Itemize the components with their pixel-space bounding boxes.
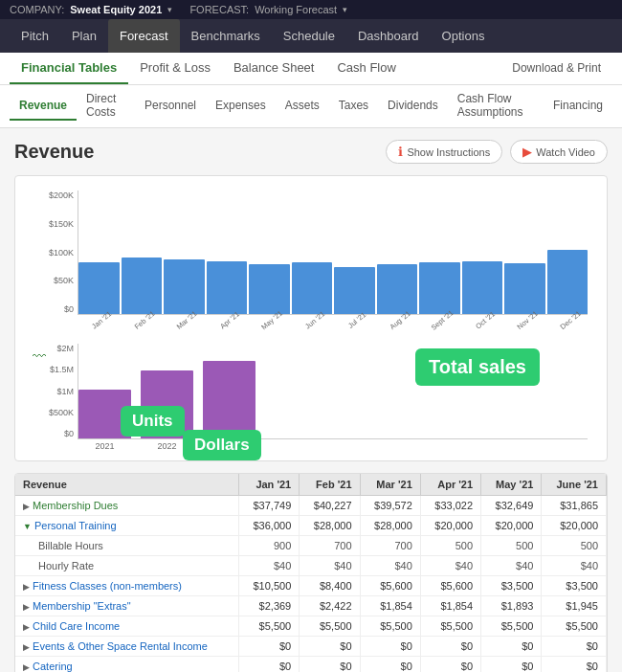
y-label-100k: $100K: [26, 248, 74, 258]
row-label-events: ▶ Events & Other Space Rental Income: [15, 637, 238, 657]
cell-hr-jun: $40: [542, 556, 607, 576]
download-print-button[interactable]: Download & Print: [500, 54, 612, 84]
tab-cash-flow-assumptions[interactable]: Cash Flow Assumptions: [448, 85, 544, 127]
col-header-may: May '21: [481, 474, 542, 496]
subnav-cash-flow[interactable]: Cash Flow: [325, 53, 407, 84]
play-icon: ▶: [522, 145, 532, 159]
forecast-dropdown-icon[interactable]: ▾: [343, 5, 347, 14]
x-axis-labels: Jan '21 Feb '21 Mar '21 Apr '21 May '21 …: [78, 317, 588, 334]
label-events: Events & Other Space Rental Income: [33, 640, 208, 652]
table-row: ▶ Membership "Extras" $2,369 $2,422 $1,8…: [15, 596, 607, 616]
cell-membership-feb: $40,227: [300, 496, 360, 516]
cell-cat-mar: $0: [360, 657, 420, 673]
col-header-jan: Jan '21: [238, 474, 299, 496]
show-instructions-label: Show Instructions: [407, 146, 490, 158]
cell-bh-feb: 700: [300, 536, 360, 556]
cell-me-jun: $1,945: [542, 596, 607, 616]
bar-2021: [78, 390, 131, 438]
row-label-membership-extras: ▶ Membership "Extras": [15, 596, 238, 616]
cell-ev-mar: $0: [360, 637, 420, 657]
subnav-balance-sheet[interactable]: Balance Sheet: [222, 53, 326, 84]
col-header-mar: Mar '21: [360, 474, 420, 496]
cell-ev-apr: $0: [420, 637, 480, 657]
row-label-child-care: ▶ Child Care Income: [15, 616, 238, 637]
monthly-chart-area: $200K $150K $100K $50K $0: [25, 190, 597, 334]
cell-cat-jan: $0: [238, 657, 299, 673]
monthly-bar-chart: $200K $150K $100K $50K $0: [78, 190, 588, 315]
expand-icon[interactable]: ▶: [23, 622, 30, 632]
expand-icon[interactable]: ▶: [23, 502, 30, 511]
cell-cat-apr: $0: [420, 657, 480, 673]
tab-revenue[interactable]: Revenue: [10, 92, 77, 121]
expand-icon[interactable]: ▶: [23, 582, 30, 592]
y2-15m: $1.5M: [26, 365, 74, 374]
cell-membership-jun: $31,865: [542, 496, 607, 516]
tab-financing[interactable]: Financing: [544, 92, 612, 121]
cell-cc-mar: $5,500: [360, 616, 420, 637]
collapse-icon[interactable]: ▼: [23, 522, 32, 531]
nav-dashboard[interactable]: Dashboard: [346, 19, 431, 53]
data-table: Revenue Jan '21 Feb '21 Mar '21 Apr '21 …: [14, 473, 608, 672]
cell-cat-jun: $0: [542, 657, 607, 673]
tab-taxes[interactable]: Taxes: [329, 92, 378, 121]
tab-dividends[interactable]: Dividends: [378, 92, 448, 121]
company-name: Sweat Equity 2021: [70, 4, 162, 15]
cell-hr-feb: $40: [300, 556, 360, 576]
nav-options[interactable]: Options: [431, 19, 497, 53]
yx-2023: 2023: [203, 441, 255, 451]
cell-cc-jun: $5,500: [542, 616, 607, 637]
table-row: ▼ Personal Training $36,000 $28,000 $28,…: [15, 516, 607, 536]
header-actions: ℹ Show Instructions ▶ Watch Video: [386, 140, 608, 164]
tab-personnel[interactable]: Personnel: [135, 92, 206, 121]
nav-benchmarks[interactable]: Benchmarks: [180, 19, 272, 53]
yx-2022: 2022: [141, 441, 193, 451]
info-icon: ℹ: [398, 145, 403, 159]
nav-forecast[interactable]: Forecast: [108, 19, 180, 53]
cell-bh-may: 500: [481, 536, 542, 556]
row-label-hourly-rate: Hourly Rate: [15, 556, 238, 576]
show-instructions-button[interactable]: ℹ Show Instructions: [386, 140, 502, 164]
page-content: Revenue ℹ Show Instructions ▶ Watch Vide…: [0, 128, 622, 672]
nav-schedule[interactable]: Schedule: [272, 19, 346, 53]
table-row-sub: Billable Hours 900 700 700 500 500 500: [15, 536, 607, 556]
expand-icon[interactable]: ▶: [23, 642, 30, 652]
cell-me-jan: $2,369: [238, 596, 299, 616]
expand-icon[interactable]: ▶: [23, 602, 30, 612]
cell-fc-mar: $5,600: [360, 576, 420, 596]
subnav-financial-tables[interactable]: Financial Tables: [10, 53, 128, 84]
expand-icon[interactable]: ▶: [23, 662, 30, 672]
sub-nav: Financial Tables Profit & Loss Balance S…: [0, 53, 622, 85]
label-child-care: Child Care Income: [33, 620, 120, 632]
subnav-profit-loss[interactable]: Profit & Loss: [128, 53, 222, 84]
cell-pt-may: $20,000: [481, 516, 542, 536]
forecast-label: FORECAST:: [189, 4, 249, 15]
y-axis-labels: $200K $150K $100K $50K $0: [26, 190, 74, 314]
company-dropdown-icon[interactable]: ▾: [167, 5, 172, 14]
tab-expenses[interactable]: Expenses: [206, 92, 276, 121]
yearly-bar-chart: $2M $1.5M $1M $500K $0: [78, 344, 588, 439]
label-membership-extras: Membership "Extras": [33, 600, 131, 612]
nav-pitch[interactable]: Pitch: [10, 19, 60, 53]
label-membership-dues: Membership Dues: [33, 500, 118, 511]
cell-me-feb: $2,422: [300, 596, 360, 616]
cell-membership-apr: $33,022: [420, 496, 480, 516]
trend-icon: 〰: [33, 348, 46, 364]
revenue-table: Revenue Jan '21 Feb '21 Mar '21 Apr '21 …: [15, 474, 607, 672]
col-header-feb: Feb '21: [300, 474, 360, 496]
cell-cat-may: $0: [481, 657, 542, 673]
y-label-150k: $150K: [26, 219, 74, 229]
row-label-personal-training: ▼ Personal Training: [15, 516, 238, 536]
cell-hr-may: $40: [481, 556, 542, 576]
cell-ev-jan: $0: [238, 637, 299, 657]
nav-plan[interactable]: Plan: [60, 19, 108, 53]
tab-assets[interactable]: Assets: [276, 92, 329, 121]
top-bar: COMPANY: Sweat Equity 2021 ▾ FORECAST: W…: [0, 0, 622, 19]
cell-me-apr: $1,854: [420, 596, 480, 616]
cell-cc-may: $5,500: [481, 616, 542, 637]
table-row: ▶ Events & Other Space Rental Income $0 …: [15, 637, 607, 657]
watch-video-button[interactable]: ▶ Watch Video: [510, 140, 608, 164]
cell-fc-jun: $3,500: [542, 576, 607, 596]
tab-direct-costs[interactable]: Direct Costs: [77, 85, 135, 127]
cell-me-may: $1,893: [481, 596, 542, 616]
yx-2021: 2021: [78, 441, 131, 451]
